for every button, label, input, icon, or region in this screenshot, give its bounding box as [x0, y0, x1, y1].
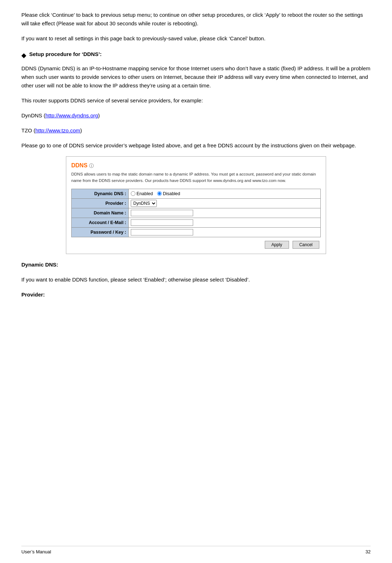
provider-value-cell: DynDNS — [129, 198, 321, 208]
section-heading: ◆ Setup procedure for ‘DDNS’: — [21, 50, 371, 61]
paragraph-5: Please go to one of DDNS service provide… — [21, 141, 371, 150]
page-number: 32 — [366, 548, 371, 556]
password-row: Password / Key : — [72, 227, 321, 237]
dyndns-link[interactable]: http://www.dyndns.org — [46, 112, 98, 118]
enabled-radio-label[interactable]: Enabled — [131, 190, 153, 197]
password-value-cell — [129, 227, 321, 237]
apply-button[interactable]: Apply — [265, 241, 289, 249]
footer: User’s Manual 32 — [21, 546, 371, 556]
provider-heading-para: Provider: — [21, 290, 371, 299]
password-label: Password / Key : — [72, 227, 129, 237]
provider-label: Provider : — [72, 198, 129, 208]
paragraph-4: This router supports DDNS service of sev… — [21, 96, 371, 105]
dynamic-dns-heading-para: Dynamic DNS: — [21, 260, 371, 269]
tzo-line: TZO (http://www.tzo.com) — [21, 126, 371, 135]
account-value-cell — [129, 218, 321, 227]
section-heading-text: Setup procedure for ‘DDNS’: — [29, 50, 102, 59]
dyndns-line: DynDNS (http://www.dyndns.org) — [21, 111, 371, 120]
ddns-form-table: Dynamic DNS : Enabled Disabled Provider … — [71, 189, 321, 237]
dns-radio-group: Enabled Disabled — [131, 190, 318, 197]
provider-bold-heading: Provider: — [21, 291, 45, 298]
disabled-radio[interactable] — [157, 191, 162, 196]
footer-left: User’s Manual — [21, 548, 51, 556]
enabled-radio[interactable] — [131, 191, 135, 196]
dynamic-dns-value-cell: Enabled Disabled — [129, 189, 321, 198]
enabled-label: Enabled — [136, 190, 153, 197]
dynamic-dns-bold-heading: Dynamic DNS: — [21, 262, 58, 268]
ddns-help-icon: ⓘ — [89, 163, 94, 168]
paragraph-2: If you want to reset all settings in thi… — [21, 34, 371, 43]
dynamic-dns-text: If you want to enable DDNS function, ple… — [21, 275, 371, 284]
ddns-panel: DDNS ⓘ DDNS allows users to map the stat… — [66, 156, 326, 254]
password-input[interactable] — [131, 229, 193, 235]
domain-name-row: Domain Name : — [72, 208, 321, 218]
diamond-icon: ◆ — [21, 50, 26, 61]
disabled-label: Disabled — [163, 190, 180, 197]
provider-select[interactable]: DynDNS — [131, 200, 157, 207]
account-row: Account / E-Mail : — [72, 218, 321, 227]
ddns-description: DDNS allows users to map the static doma… — [71, 171, 321, 184]
domain-name-input[interactable] — [131, 210, 193, 216]
paragraph-1: Please click ‘Continue’ to back to previ… — [21, 11, 371, 28]
domain-name-label: Domain Name : — [72, 208, 129, 218]
disabled-radio-label[interactable]: Disabled — [157, 190, 180, 197]
tzo-link[interactable]: http://www.tzo.com — [35, 127, 80, 133]
cancel-button[interactable]: Cancel — [293, 241, 319, 249]
dynamic-dns-row: Dynamic DNS : Enabled Disabled — [72, 189, 321, 198]
provider-row: Provider : DynDNS — [72, 198, 321, 208]
account-label: Account / E-Mail : — [72, 218, 129, 227]
button-row: Apply Cancel — [71, 241, 321, 249]
domain-name-value-cell — [129, 208, 321, 218]
account-input[interactable] — [131, 219, 193, 226]
dynamic-dns-label: Dynamic DNS : — [72, 189, 129, 198]
paragraph-3: DDNS (Dynamic DNS) is an IP-to-Hostname … — [21, 64, 371, 90]
ddns-title: DDNS ⓘ — [71, 161, 321, 170]
